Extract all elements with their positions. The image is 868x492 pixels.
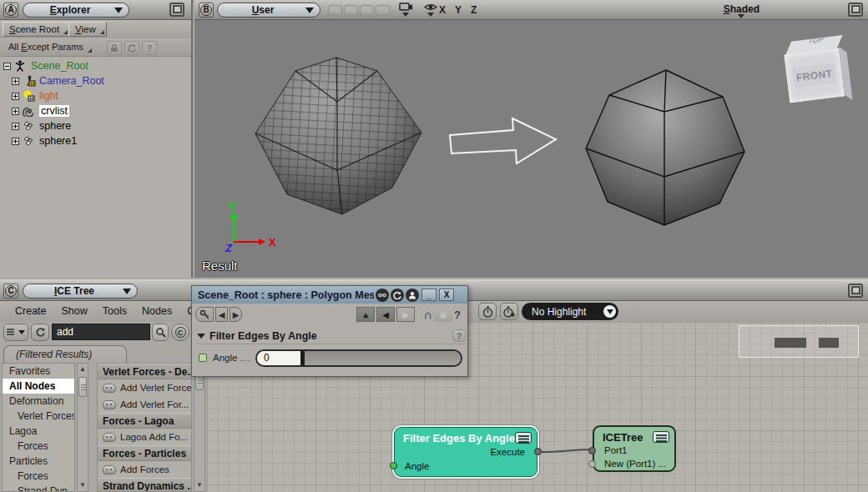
clear-search-button[interactable]: C: [171, 324, 189, 341]
tree-item-crvlist[interactable]: crvlist: [0, 103, 191, 118]
preset-scrollbar[interactable]: ▼: [194, 363, 205, 492]
category-deformation[interactable]: Deformation: [3, 394, 74, 409]
binocular-icon[interactable]: oo: [376, 289, 389, 302]
display-mode-dropdown[interactable]: Shaded: [724, 3, 760, 15]
category-lagoa[interactable]: Lagoa: [3, 424, 74, 439]
compare-icon[interactable]: ▣: [434, 307, 452, 322]
axis-toggle-y[interactable]: Y: [455, 4, 462, 16]
lock-magnet-icon[interactable]: ∩: [423, 308, 432, 322]
tree-item-light[interactable]: Hlight: [0, 88, 191, 103]
preset-item-add-verlet-force[interactable]: Add Verlet Force: [98, 379, 191, 396]
axis-toggle-z[interactable]: Z: [471, 4, 477, 16]
panel-letter-b-button[interactable]: B: [199, 3, 214, 18]
lock-icon[interactable]: [107, 41, 122, 55]
recycle-icon[interactable]: [391, 289, 404, 302]
history-back-icon[interactable]: ◀: [376, 307, 395, 322]
viewport-canvas[interactable]: Y X Z Result TOP FRONT: [194, 20, 868, 278]
scroll-up-icon[interactable]: ▲: [78, 364, 88, 374]
up-level-icon[interactable]: ▲: [356, 307, 375, 322]
collapse-minus-icon[interactable]: [3, 63, 11, 70]
memo-cam-button-3[interactable]: [360, 5, 374, 15]
filter-scope-button[interactable]: All Except Params: [3, 39, 93, 54]
preset-item-lagoa-add-fo-[interactable]: Lagoa Add Fo...: [98, 429, 191, 445]
next-page-icon[interactable]: ▶: [230, 307, 242, 322]
menu-tools[interactable]: Tools: [103, 305, 127, 317]
refresh-icon[interactable]: [31, 324, 49, 341]
section-filter-edges-by-angle[interactable]: Filter Edges By Angle ?: [195, 328, 466, 344]
category-particles[interactable]: Particles: [3, 454, 74, 469]
list-style-dropdown[interactable]: [3, 324, 28, 341]
view-menu-button[interactable]: View: [68, 22, 107, 37]
menu-create[interactable]: Create: [15, 305, 47, 317]
tree-item-label[interactable]: Scene_Root: [31, 60, 88, 72]
panel-letter-a-button[interactable]: A: [3, 3, 18, 18]
viewport-camera-dropdown[interactable]: User: [217, 3, 320, 18]
explorer-maximize-button[interactable]: [169, 3, 184, 17]
animation-divot-icon[interactable]: [199, 354, 207, 362]
category-all-nodes[interactable]: All Nodes: [3, 379, 74, 394]
axis-toggle-x[interactable]: X: [439, 4, 446, 16]
category-verlet-forces[interactable]: Verlet Forces: [3, 409, 74, 424]
tree-item-label[interactable]: Camera_Root: [39, 75, 104, 87]
preset-item-add-verlet-for-[interactable]: Add Verlet For...: [98, 396, 191, 413]
port-new-port1[interactable]: [588, 460, 596, 468]
tree-item-sphere1[interactable]: sphere1: [0, 133, 191, 148]
tree-item-label[interactable]: crvlist: [39, 105, 69, 117]
memo-cam-button-1[interactable]: [328, 5, 342, 15]
tree-item-label[interactable]: light: [39, 90, 58, 102]
tree-item-label[interactable]: sphere: [39, 120, 71, 132]
view-cube[interactable]: TOP FRONT: [783, 35, 854, 108]
node-search-input[interactable]: add: [52, 324, 150, 340]
panel-letter-c-button[interactable]: C: [3, 284, 18, 299]
tree-item-scene_root[interactable]: Scene_Root: [0, 58, 191, 73]
help-icon[interactable]: ?: [142, 41, 157, 55]
preset-group-header[interactable]: Forces - Lagoa: [98, 413, 191, 429]
category-favorites[interactable]: Favorites: [3, 364, 74, 379]
graph-navigator[interactable]: [739, 325, 859, 358]
filtered-results-tab[interactable]: (Filtered Results): [3, 345, 127, 363]
angle-slider[interactable]: 0: [255, 349, 462, 367]
ice-tree-maximize-button[interactable]: [848, 284, 863, 298]
memo-cam-button-4[interactable]: [376, 5, 390, 15]
viewport-maximize-button[interactable]: [848, 3, 863, 17]
expand-plus-icon[interactable]: [12, 138, 19, 145]
eye-icon[interactable]: [421, 3, 440, 18]
minimize-button[interactable]: _: [421, 289, 437, 301]
category-forces[interactable]: Forces: [3, 469, 74, 484]
close-button[interactable]: X: [439, 289, 454, 301]
port-angle[interactable]: [390, 462, 397, 469]
explorer-view-dropdown[interactable]: Explorer: [23, 3, 129, 18]
key-icon[interactable]: [195, 307, 214, 322]
highlight-mode-dropdown[interactable]: No Highlight: [522, 303, 618, 320]
node-menu-icon[interactable]: [515, 432, 532, 444]
category-forces[interactable]: Forces: [3, 439, 74, 454]
scroll-down-icon[interactable]: ▼: [194, 480, 204, 490]
memo-cam-button-2[interactable]: [344, 5, 358, 15]
search-icon[interactable]: [152, 324, 169, 341]
angle-value-field[interactable]: 0: [257, 351, 300, 365]
ice-tree-view-dropdown[interactable]: ICE Tree: [23, 284, 138, 299]
preset-group-header[interactable]: Forces - Particles: [98, 445, 191, 461]
help-icon[interactable]: ?: [454, 309, 461, 321]
camera-icon[interactable]: [396, 3, 415, 18]
scrollbar-thumb[interactable]: [78, 377, 87, 397]
tree-item-sphere[interactable]: sphere: [0, 118, 191, 133]
stopwatch-icon[interactable]: [478, 303, 497, 320]
menu-nodes[interactable]: Nodes: [142, 305, 172, 317]
prev-page-icon[interactable]: ◀: [215, 307, 228, 322]
preset-group-header[interactable]: Verlet Forces - De...: [98, 364, 191, 379]
property-window-titlebar[interactable]: Scene_Root : sphere : Polygon Mes... oo …: [192, 286, 467, 304]
category-strand-dyn[interactable]: Strand Dyn: [3, 484, 74, 492]
node-menu-icon[interactable]: [653, 431, 669, 443]
scene-root-menu-button[interactable]: Scene Root: [3, 22, 70, 37]
refresh-icon[interactable]: [124, 41, 139, 55]
tree-item-label[interactable]: sphere1: [39, 135, 77, 147]
category-scrollbar[interactable]: ▲ ▼: [77, 363, 88, 492]
node-filter-edges-by-angle[interactable]: Filter Edges By Angle Execute Angle: [394, 427, 537, 477]
tree-item-camera_root[interactable]: HCamera_Root: [0, 73, 191, 88]
preset-item-add-forces[interactable]: Add Forces: [98, 461, 191, 478]
port-execute[interactable]: [534, 448, 542, 455]
expand-plus-icon[interactable]: [12, 123, 19, 130]
expand-plus-icon[interactable]: [12, 108, 19, 115]
expand-plus-icon[interactable]: [12, 93, 19, 100]
